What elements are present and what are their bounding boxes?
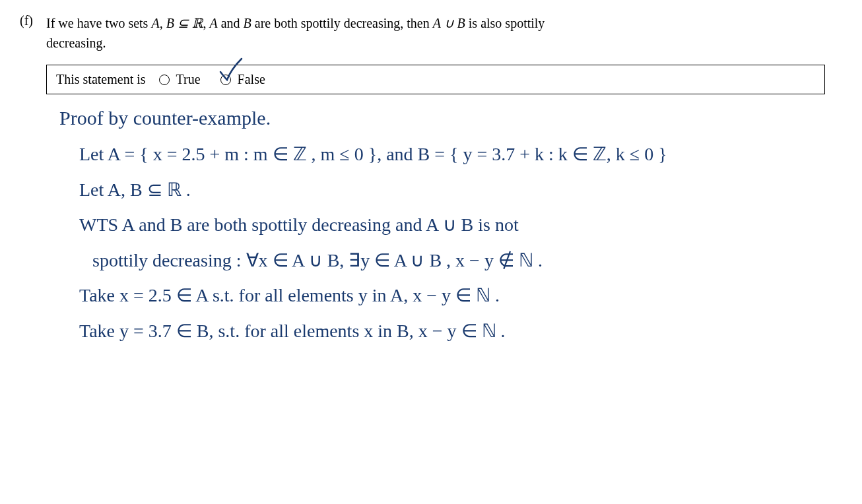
proof-line: Take y = 3.7 ∈ B, s.t. for all elements … bbox=[79, 315, 842, 347]
proof-line: Let A = { x = 2.5 + m : m ∈ ℤ , m ≤ 0 },… bbox=[79, 139, 842, 170]
radio-circle-icon bbox=[220, 75, 231, 85]
option-label: True bbox=[176, 72, 201, 87]
text-segment: If we have two sets bbox=[46, 16, 151, 30]
proof-line: Take x = 2.5 ∈ A s.t. for all elements y… bbox=[79, 280, 842, 311]
text-segment: and bbox=[218, 16, 244, 30]
problem-statement: If we have two sets A, B ⊆ ℝ, A and B ar… bbox=[46, 13, 545, 53]
option-label: False bbox=[238, 72, 265, 87]
text-segment: is also spottily bbox=[465, 16, 545, 30]
math-expr: A bbox=[209, 16, 217, 30]
proof-line: Proof by counter-example. bbox=[59, 101, 842, 135]
proof-line: spottily decreasing : ∀x ∈ A ∪ B, ∃y ∈ A… bbox=[92, 245, 842, 276]
problem-label: (f) bbox=[20, 13, 40, 28]
problem-header: (f) If we have two sets A, B ⊆ ℝ, A and … bbox=[20, 13, 842, 53]
text-segment: are both spottily decreasing, then bbox=[251, 16, 433, 30]
answer-box: This statement is True False bbox=[46, 65, 825, 94]
radio-option-true[interactable]: True bbox=[159, 72, 201, 87]
text-segment: , bbox=[203, 16, 209, 30]
proof-line: Let A, B ⊆ ℝ . bbox=[79, 174, 842, 206]
text-segment: decreasing. bbox=[46, 36, 106, 50]
math-expr: A, B ⊆ ℝ bbox=[151, 16, 203, 30]
answer-prompt: This statement is bbox=[56, 72, 146, 87]
proof-handwritten: Proof by counter-example. Let A = { x = … bbox=[59, 101, 842, 347]
radio-circle-icon bbox=[159, 75, 170, 85]
radio-option-false[interactable]: False bbox=[220, 72, 265, 87]
proof-line: WTS A and B are both spottily decreasing… bbox=[79, 209, 842, 241]
math-expr: A ∪ B bbox=[433, 16, 465, 30]
math-expr: B bbox=[244, 16, 251, 30]
